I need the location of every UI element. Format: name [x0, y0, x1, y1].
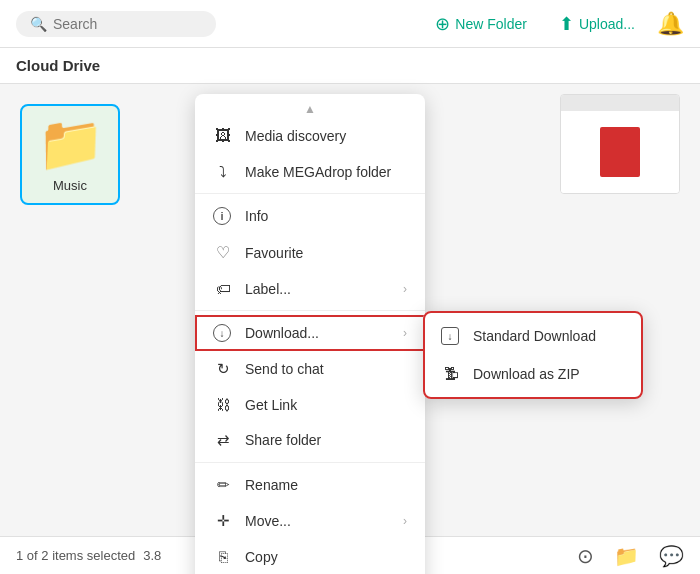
download-status-icon[interactable]: ⊙ — [577, 544, 594, 568]
send-icon: ↻ — [213, 360, 233, 378]
menu-item-move[interactable]: ✛ Move... › — [195, 503, 425, 539]
menu-item-share-folder-label: Share folder — [245, 432, 321, 448]
move-arrow-icon: › — [403, 514, 407, 528]
menu-item-favourite[interactable]: ♡ Favourite — [195, 234, 425, 271]
file-item-music[interactable]: 📁 Music — [20, 104, 120, 205]
download-arrow-icon: › — [403, 326, 407, 340]
top-bar-actions: ⊕ New Folder ⬆ Upload... 🔔 — [425, 8, 684, 40]
status-bar-actions: ⊙ 📁 💬 — [577, 544, 684, 568]
menu-item-rename-label: Rename — [245, 477, 298, 493]
submenu-item-download-zip[interactable]: 🗜 Download as ZIP — [423, 355, 643, 393]
label-arrow-icon: › — [403, 282, 407, 296]
thumbnail-body — [561, 111, 679, 193]
heart-icon: ♡ — [213, 243, 233, 262]
rename-icon: ✏ — [213, 476, 233, 494]
thumbnail-area — [560, 94, 680, 194]
menu-item-move-label: Move... — [245, 513, 291, 529]
download-circle-icon: ↓ — [213, 324, 233, 342]
file-grid: 📁 Music — [0, 84, 140, 536]
standard-download-icon: ↓ — [441, 327, 461, 345]
menu-item-info-label: Info — [245, 208, 268, 224]
megadrop-icon: ⤵ — [213, 163, 233, 180]
download-zip-label: Download as ZIP — [473, 366, 580, 382]
plus-circle-icon: ⊕ — [435, 13, 450, 35]
size-info: 3.8 — [143, 548, 161, 563]
media-icon: 🖼 — [213, 127, 233, 145]
menu-item-media-discovery[interactable]: 🖼 Media discovery — [195, 118, 425, 154]
info-icon: i — [213, 207, 233, 225]
divider-3 — [195, 462, 425, 463]
selection-info: 1 of 2 items selected — [16, 548, 135, 563]
menu-item-favourite-label: Favourite — [245, 245, 303, 261]
upload-icon: ⬆ — [559, 13, 574, 35]
divider-2 — [195, 310, 425, 311]
copy-icon: ⎘ — [213, 548, 233, 565]
breadcrumb: Cloud Drive — [0, 48, 700, 84]
search-box[interactable]: 🔍 — [16, 11, 216, 37]
folder-icon: 📁 — [37, 116, 104, 170]
top-bar: 🔍 ⊕ New Folder ⬆ Upload... 🔔 — [0, 0, 700, 48]
chat-status-icon[interactable]: 💬 — [659, 544, 684, 568]
menu-item-info[interactable]: i Info — [195, 198, 425, 234]
upload-label: Upload... — [579, 16, 635, 32]
move-icon: ✛ — [213, 512, 233, 530]
standard-download-label: Standard Download — [473, 328, 596, 344]
file-item-label: Music — [53, 178, 87, 193]
thumbnail-preview — [600, 127, 640, 177]
menu-item-get-link[interactable]: ⛓ Get Link — [195, 387, 425, 422]
menu-item-label-label: Label... — [245, 281, 291, 297]
download-submenu: ↓ Standard Download 🗜 Download as ZIP — [423, 311, 643, 399]
main-content: 📁 Music ▲ 🖼 Media discovery ⤵ Make MEGAd… — [0, 84, 700, 536]
folder-status-icon[interactable]: 📁 — [614, 544, 639, 568]
share-icon: ⇄ — [213, 431, 233, 449]
notification-bell-icon[interactable]: 🔔 — [657, 11, 684, 37]
menu-item-send-to-chat-label: Send to chat — [245, 361, 324, 377]
menu-item-megadrop[interactable]: ⤵ Make MEGAdrop folder — [195, 154, 425, 189]
link-icon: ⛓ — [213, 396, 233, 413]
scroll-up-arrow[interactable]: ▲ — [195, 100, 425, 118]
menu-item-download-label: Download... — [245, 325, 319, 341]
divider-1 — [195, 193, 425, 194]
new-folder-button[interactable]: ⊕ New Folder — [425, 8, 537, 40]
upload-button[interactable]: ⬆ Upload... — [549, 8, 645, 40]
label-icon: 🏷 — [213, 280, 233, 297]
thumbnail-header — [561, 95, 679, 111]
menu-item-label[interactable]: 🏷 Label... › — [195, 271, 425, 306]
menu-item-copy-label: Copy — [245, 549, 278, 565]
context-menu: ▲ 🖼 Media discovery ⤵ Make MEGAdrop fold… — [195, 94, 425, 574]
menu-item-download[interactable]: ↓ Download... › ↓ Standard Download 🗜 Do… — [195, 315, 425, 351]
menu-item-media-discovery-label: Media discovery — [245, 128, 346, 144]
menu-item-send-to-chat[interactable]: ↻ Send to chat — [195, 351, 425, 387]
menu-item-get-link-label: Get Link — [245, 397, 297, 413]
new-folder-label: New Folder — [455, 16, 527, 32]
menu-item-rename[interactable]: ✏ Rename — [195, 467, 425, 503]
breadcrumb-title: Cloud Drive — [16, 57, 100, 74]
search-icon: 🔍 — [30, 16, 47, 32]
search-input[interactable] — [53, 16, 193, 32]
menu-item-megadrop-label: Make MEGAdrop folder — [245, 164, 391, 180]
menu-item-share-folder[interactable]: ⇄ Share folder — [195, 422, 425, 458]
menu-item-copy[interactable]: ⎘ Copy — [195, 539, 425, 574]
zip-icon: 🗜 — [441, 365, 461, 383]
submenu-item-standard-download[interactable]: ↓ Standard Download — [423, 317, 643, 355]
